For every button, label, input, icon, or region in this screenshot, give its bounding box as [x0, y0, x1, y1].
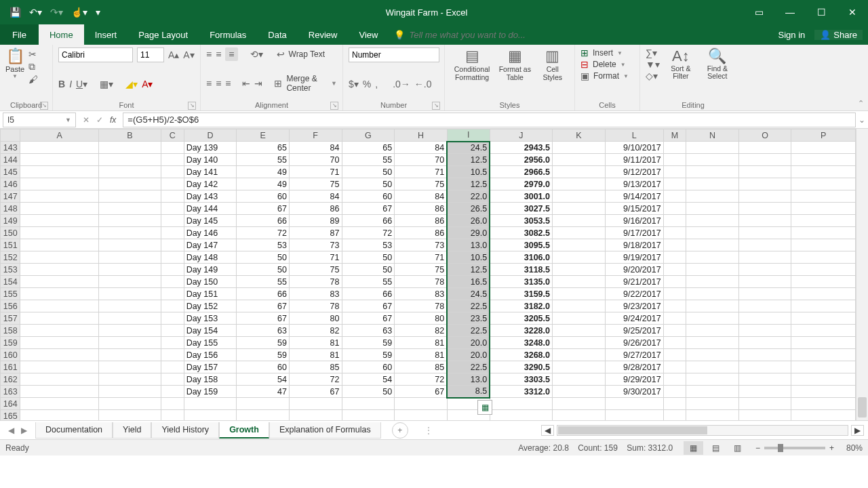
decrease-indent-icon[interactable]: ⇤: [242, 78, 250, 89]
table-row[interactable]: 149Day 1456689668626.03053.59/16/2017: [1, 215, 856, 227]
paste-button[interactable]: Paste: [5, 65, 24, 73]
row-header[interactable]: 162: [1, 373, 20, 386]
insert-cells-button[interactable]: Insert: [593, 48, 613, 58]
sheet-tab-yield[interactable]: Yield: [113, 422, 151, 439]
hscroll-left-icon[interactable]: ◀: [541, 425, 554, 436]
decrease-font-icon[interactable]: A▾: [183, 49, 194, 60]
conditional-formatting-icon[interactable]: ▤: [450, 47, 494, 65]
tellme-input[interactable]: [409, 30, 585, 40]
column-header-E[interactable]: E: [237, 129, 290, 142]
column-header-P[interactable]: P: [791, 129, 856, 142]
sheet-nav-prev-icon[interactable]: ◀: [8, 426, 14, 435]
horizontal-scrollbar[interactable]: [557, 425, 848, 436]
column-header-C[interactable]: C: [161, 129, 184, 142]
table-row[interactable]: 154Day 1505578557816.53135.09/21/2017: [1, 276, 856, 288]
cut-icon[interactable]: ✂: [28, 49, 38, 60]
align-right-icon[interactable]: ≡: [225, 78, 231, 89]
minimize-icon[interactable]: —: [774, 0, 806, 24]
table-row[interactable]: 157Day 1536780678023.53205.59/24/2017: [1, 312, 856, 325]
table-row[interactable]: 161Day 1576085608522.53290.59/28/2017: [1, 361, 856, 373]
formula-input[interactable]: [123, 113, 856, 127]
sheet-tab-yield-history[interactable]: Yield History: [151, 422, 219, 439]
zoom-out-icon[interactable]: −: [755, 443, 760, 453]
row-header[interactable]: 159: [1, 337, 20, 349]
tab-data[interactable]: Data: [257, 24, 297, 45]
merge-center-button[interactable]: Merge & Center: [286, 74, 327, 93]
font-size-combo[interactable]: [137, 47, 164, 62]
qat-customize-icon[interactable]: ▾: [96, 7, 100, 18]
table-row[interactable]: 160Day 1565981598120.03268.09/27/2017: [1, 349, 856, 361]
bold-icon[interactable]: B: [58, 79, 65, 89]
orientation-icon[interactable]: ⟲▾: [250, 49, 263, 60]
table-row[interactable]: 147Day 1436084608422.03001.09/14/2017: [1, 190, 856, 203]
column-header-G[interactable]: G: [342, 129, 395, 142]
borders-icon[interactable]: ▦▾: [100, 79, 113, 89]
font-launcher[interactable]: ↘: [188, 102, 196, 110]
column-header-A[interactable]: A: [20, 129, 98, 142]
column-header-L[interactable]: L: [605, 129, 663, 142]
row-header[interactable]: 160: [1, 349, 20, 361]
spreadsheet-grid[interactable]: ABCDEFGHIJKLMNOP 143Day 1396584658424.52…: [0, 129, 856, 420]
row-header[interactable]: 153: [1, 264, 20, 276]
sheet-tab-documentation[interactable]: Documentation: [35, 422, 113, 439]
row-header[interactable]: 165: [1, 410, 20, 421]
row-header[interactable]: 147: [1, 190, 20, 203]
table-row[interactable]: 156Day 1526778677822.53182.09/23/2017: [1, 300, 856, 312]
row-header[interactable]: 163: [1, 386, 20, 398]
wrap-text-icon[interactable]: ↩: [277, 49, 285, 60]
hscroll-right-icon[interactable]: ▶: [851, 425, 864, 436]
autosum-icon[interactable]: ∑▾: [646, 47, 660, 58]
sort-filter-icon[interactable]: A↕: [665, 47, 696, 65]
clear-icon[interactable]: ◇▾: [646, 70, 660, 81]
format-cells-button[interactable]: Format: [593, 71, 619, 81]
tab-home[interactable]: Home: [39, 24, 84, 45]
column-header-N[interactable]: N: [686, 129, 739, 142]
table-row[interactable]: 148Day 1446786678626.53027.59/15/2017: [1, 203, 856, 215]
column-header-D[interactable]: D: [184, 129, 237, 142]
row-header[interactable]: 154: [1, 276, 20, 288]
namebox-dropdown-icon[interactable]: ▼: [65, 117, 71, 123]
collapse-ribbon-icon[interactable]: ⌃: [858, 99, 864, 108]
table-row[interactable]: 151Day 1475373537313.03095.59/18/2017: [1, 239, 856, 251]
table-row[interactable]: 162Day 1585472547213.03303.59/29/2017: [1, 373, 856, 386]
quick-analysis-icon[interactable]: ▦: [477, 400, 492, 415]
column-header-M[interactable]: M: [663, 129, 686, 142]
tab-review[interactable]: Review: [298, 24, 349, 45]
increase-font-icon[interactable]: A▴: [168, 49, 179, 60]
row-header[interactable]: 152: [1, 251, 20, 264]
tab-view[interactable]: View: [348, 24, 389, 45]
fill-icon[interactable]: ▼▾: [646, 59, 660, 70]
align-left-icon[interactable]: ≡: [206, 78, 212, 89]
sort-filter-button[interactable]: Sort & Filter: [665, 65, 696, 80]
format-painter-icon[interactable]: 🖌: [28, 74, 38, 85]
column-header-F[interactable]: F: [289, 129, 342, 142]
align-center-icon[interactable]: ≡: [216, 78, 221, 89]
row-header[interactable]: 145: [1, 166, 20, 178]
cell-styles-icon[interactable]: ▥: [536, 47, 569, 65]
name-box[interactable]: I5 ▼: [3, 113, 76, 127]
zoom-level[interactable]: 80%: [838, 443, 863, 453]
row-header[interactable]: 156: [1, 300, 20, 312]
align-top-icon[interactable]: ≡: [206, 49, 212, 60]
percent-format-icon[interactable]: %: [363, 79, 371, 89]
align-bottom-icon[interactable]: ≡: [225, 47, 237, 61]
column-header-K[interactable]: K: [553, 129, 606, 142]
comma-format-icon[interactable]: ,: [375, 79, 378, 89]
increase-indent-icon[interactable]: ⇥: [254, 78, 262, 89]
table-row[interactable]: 146Day 1424975507512.52979.09/13/2017: [1, 178, 856, 190]
merge-center-icon[interactable]: ⊞: [274, 78, 282, 89]
fx-icon[interactable]: fx: [110, 115, 116, 125]
accounting-format-icon[interactable]: $▾: [349, 79, 359, 89]
row-header[interactable]: 151: [1, 239, 20, 251]
select-all-corner[interactable]: [1, 129, 20, 142]
row-header[interactable]: 155: [1, 288, 20, 300]
format-cells-icon[interactable]: ▣: [580, 70, 589, 81]
sheet-tab-explanation-of-formulas[interactable]: Explanation of Formulas: [269, 422, 381, 439]
delete-cells-icon[interactable]: ⊟: [580, 59, 589, 70]
paste-icon[interactable]: 📋: [5, 47, 24, 65]
undo-icon[interactable]: ↶▾: [29, 7, 42, 18]
delete-cells-button[interactable]: Delete: [593, 60, 616, 69]
font-color-icon[interactable]: A▾: [142, 79, 153, 89]
save-icon[interactable]: 💾: [9, 7, 21, 18]
column-header-H[interactable]: H: [395, 129, 448, 142]
